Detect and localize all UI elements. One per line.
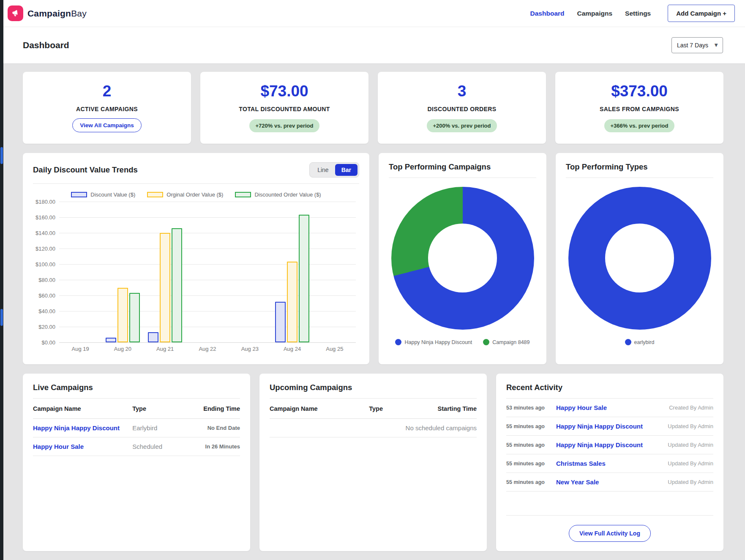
bar-group-aug-22 [186, 202, 229, 342]
bar-groups [59, 202, 356, 342]
view-all-campaigns-button[interactable]: View All Campaigns [72, 118, 142, 132]
campaign-link[interactable]: Happy Hour Sale [33, 443, 84, 450]
nav-campaigns[interactable]: Campaigns [577, 10, 613, 17]
nav-dashboard[interactable]: Dashboard [530, 10, 565, 17]
bar [275, 302, 286, 342]
daily-trends-card: Daily Discount Value Trends Line Bar Dis… [23, 153, 369, 364]
x-axis-tick: Aug 25 [314, 346, 356, 352]
bar [160, 233, 170, 342]
trend-badge: +200% vs. prev period [427, 119, 497, 132]
x-axis-tick: Aug 23 [229, 346, 271, 352]
activity-row: 53 minutes ago Happy Hour Sale Created B… [506, 399, 713, 417]
campaign-ending-time: In 26 Minutes [186, 443, 240, 450]
brand-name-light: Bay [71, 8, 87, 18]
legend-swatch [71, 192, 87, 197]
legend-item[interactable]: Campaign 8489 [483, 339, 529, 345]
add-campaign-button[interactable]: Add Campaign + [668, 5, 735, 22]
stat-value: $373.00 [611, 83, 668, 99]
bar-group-aug-25 [314, 202, 356, 342]
top-campaigns-card: Top Performing Campaigns Happy Ninja Hap… [379, 153, 546, 364]
bar [117, 288, 128, 343]
activity-author: Created By Admin [669, 404, 713, 411]
activity-author: Updated By Admin [668, 479, 713, 485]
col-type: Type [132, 405, 186, 412]
dashboard-content: 2 ACTIVE CAMPAIGNS View All Campaigns $7… [0, 63, 745, 551]
trend-badge: +366% vs. prev period [604, 119, 675, 132]
donut-legend: earlybird [625, 338, 655, 347]
donut-legend: Happy Ninja Happy DiscountCampaign 8489 [395, 338, 529, 347]
toggle-bar-button[interactable]: Bar [335, 164, 357, 176]
legend-item[interactable]: Discounted Order Value ($) [235, 191, 321, 198]
legend-swatch [235, 192, 251, 197]
daily-trends-bar-chart: Discount Value ($)Orginal Order Value ($… [33, 184, 359, 355]
upcoming-campaigns-table-header: Campaign Name Type Starting Time [270, 399, 477, 419]
campaign-link[interactable]: Happy Ninja Happy Discount [33, 424, 120, 432]
y-axis-tick: $60.00 [38, 292, 55, 299]
no-scheduled-campaigns-message: No scheduled campaigns [270, 419, 477, 437]
activity-time: 55 minutes ago [506, 442, 552, 448]
activity-row: 55 minutes ago Happy Ninja Happy Discoun… [506, 417, 713, 436]
stat-value: 3 [458, 83, 467, 99]
legend-label: earlybird [634, 339, 655, 345]
y-axis-tick: $80.00 [38, 277, 55, 283]
donut [568, 187, 711, 330]
date-range-wrap: Last 7 Days ▼ [671, 37, 723, 53]
page-subheader: Dashboard Last 7 Days ▼ [0, 27, 745, 63]
stat-label: SALES FROM CAMPAIGNS [600, 106, 679, 112]
bar-group-aug-21 [144, 202, 186, 342]
activity-campaign-link[interactable]: Happy Ninja Happy Discount [556, 441, 643, 448]
sidebar-scroll-mark-bottom [0, 309, 3, 326]
brand-name-bold: Campaign [27, 8, 71, 18]
bar-group-aug-24 [271, 202, 313, 342]
brand: CampaignBay [8, 5, 87, 21]
recent-activity-card: Recent Activity 53 minutes ago Happy Hou… [496, 374, 723, 551]
brand-logo [8, 5, 23, 21]
x-axis-tick: Aug 22 [186, 346, 229, 352]
date-range-select[interactable]: Last 7 Days [671, 37, 723, 53]
stat-label: TOTAL DISCOUNTED AMOUNT [239, 106, 330, 112]
trend-badge: +720% vs. prev period [249, 119, 320, 132]
top-campaigns-donut-chart: Happy Ninja Happy DiscountCampaign 8489 [389, 178, 536, 355]
legend-label: Orginal Order Value ($) [166, 191, 223, 198]
x-axis-tick: Aug 20 [101, 346, 144, 352]
col-type: Type [369, 405, 423, 412]
top-types-card: Top Performing Types earlybird [556, 153, 723, 364]
gridline [59, 342, 356, 343]
legend-swatch [147, 192, 163, 197]
y-axis-tick: $20.00 [38, 323, 55, 330]
view-full-activity-log-button[interactable]: View Full Activity Log [569, 525, 651, 542]
wp-admin-collapsed-sidebar[interactable] [0, 0, 3, 560]
nav-settings[interactable]: Settings [625, 10, 651, 17]
live-campaigns-table-header: Campaign Name Type Ending Time [33, 399, 240, 419]
legend-item[interactable]: Happy Ninja Happy Discount [395, 339, 472, 345]
chart-type-toggle: Line Bar [309, 162, 359, 178]
legend-item[interactable]: earlybird [625, 339, 655, 345]
bar [106, 338, 116, 342]
stat-value: 2 [103, 83, 112, 99]
y-axis-tick: $120.00 [35, 246, 55, 252]
daily-trends-title: Daily Discount Value Trends [33, 165, 138, 175]
activity-campaign-link[interactable]: Happy Ninja Happy Discount [556, 423, 643, 430]
x-axis-tick: Aug 24 [271, 346, 313, 352]
activity-campaign-link[interactable]: New Year Sale [556, 478, 599, 486]
bar [172, 228, 182, 342]
y-axis-tick: $140.00 [35, 229, 55, 236]
activity-campaign-link[interactable]: Happy Hour Sale [556, 404, 607, 411]
activity-campaign-link[interactable]: Christmas Sales [556, 460, 606, 467]
legend-item[interactable]: Discount Value ($) [71, 191, 135, 198]
y-axis-tick: $160.00 [35, 214, 55, 220]
y-axis-tick: $180.00 [35, 199, 55, 205]
toggle-line-button[interactable]: Line [311, 164, 335, 176]
legend-label: Discounted Order Value ($) [254, 191, 321, 198]
y-axis-tick: $0.00 [41, 339, 55, 346]
legend-item[interactable]: Orginal Order Value ($) [147, 191, 223, 198]
col-starting-time: Starting Time [423, 405, 477, 412]
col-ending-time: Ending Time [186, 405, 240, 412]
upcoming-campaigns-card: Upcoming Campaigns Campaign Name Type St… [259, 374, 487, 551]
daily-trends-header: Daily Discount Value Trends Line Bar [33, 162, 359, 178]
x-axis-tick: Aug 21 [144, 346, 186, 352]
legend-label: Happy Ninja Happy Discount [404, 339, 472, 345]
page-title: Dashboard [23, 40, 69, 50]
legend-dot [483, 339, 489, 345]
bottom-row: Live Campaigns Campaign Name Type Ending… [23, 374, 723, 551]
